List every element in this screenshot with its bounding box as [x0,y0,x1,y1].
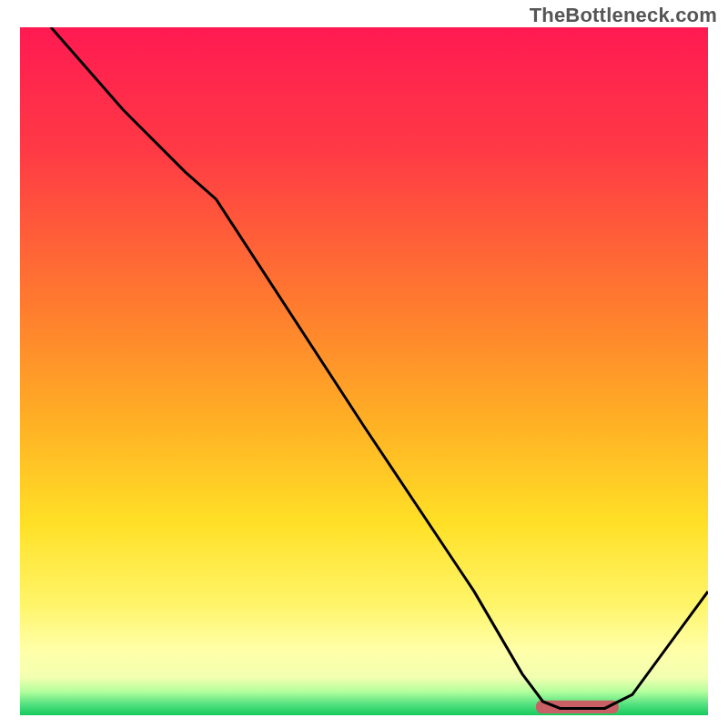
chart-stage: TheBottleneck.com [0,0,728,728]
plot-svg [20,27,708,715]
attribution-label: TheBottleneck.com [530,4,717,27]
gradient-background [20,27,708,715]
plot-area [20,27,708,715]
